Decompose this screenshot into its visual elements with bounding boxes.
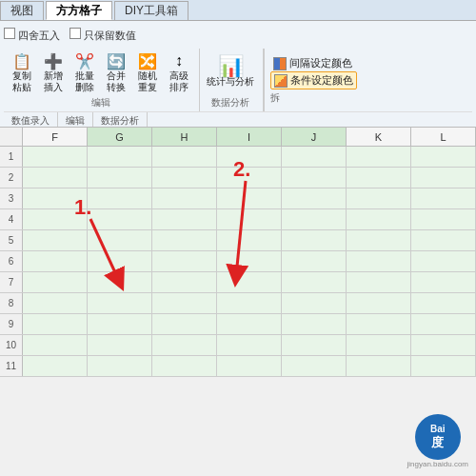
cell-H7[interactable] (152, 272, 217, 292)
cell-L1[interactable] (411, 147, 476, 167)
cell-F7[interactable] (23, 272, 88, 292)
cell-F3[interactable] (23, 188, 88, 208)
checkbox-2[interactable] (69, 28, 81, 39)
cell-K8[interactable] (347, 293, 411, 313)
cell-L5[interactable] (411, 230, 476, 250)
col-I: I (217, 128, 282, 146)
cell-G10[interactable] (88, 335, 152, 355)
cell-J9[interactable] (282, 314, 347, 334)
cell-K4[interactable] (347, 209, 411, 229)
sort-button[interactable]: ↕ 高级排序 (165, 50, 193, 94)
cell-I11[interactable] (217, 356, 282, 376)
cell-I10[interactable] (217, 335, 282, 355)
watermark-text: jingyan.baidu.com (407, 460, 468, 468)
cell-F4[interactable] (23, 209, 88, 229)
cell-F2[interactable] (23, 168, 88, 188)
cell-H8[interactable] (152, 293, 217, 313)
cell-G2[interactable] (88, 168, 152, 188)
cell-L10[interactable] (411, 335, 476, 355)
delete-button[interactable]: ✂️ 批量删除 (70, 50, 99, 94)
condition-color-button[interactable]: 条件设定颜色 (270, 71, 357, 89)
cell-F9[interactable] (23, 314, 88, 334)
cell-I4[interactable] (217, 209, 282, 229)
cell-L9[interactable] (411, 314, 476, 334)
cell-J10[interactable] (282, 335, 347, 355)
cell-G9[interactable] (88, 314, 152, 334)
random-button[interactable]: 🔀 随机重复 (133, 50, 162, 94)
cell-F11[interactable] (23, 356, 88, 376)
insert-button[interactable]: ➕ 新增插入 (39, 50, 68, 94)
cell-K10[interactable] (347, 335, 411, 355)
cell-I3[interactable] (217, 188, 282, 208)
cell-K9[interactable] (347, 314, 411, 334)
cell-K6[interactable] (347, 251, 411, 271)
cell-F1[interactable] (23, 147, 88, 167)
cell-L11[interactable] (411, 356, 476, 376)
cell-H3[interactable] (152, 188, 217, 208)
cell-I1[interactable] (217, 147, 282, 167)
cell-J5[interactable] (282, 230, 347, 250)
cell-I9[interactable] (217, 314, 282, 334)
cell-G6[interactable] (88, 251, 152, 271)
cell-K5[interactable] (347, 230, 411, 250)
cell-I2[interactable] (217, 168, 282, 188)
cell-J7[interactable] (282, 272, 347, 292)
stats-button[interactable]: 📊 统计与分析 (204, 56, 257, 89)
cell-G5[interactable] (88, 230, 152, 250)
copy-paste-button[interactable]: 📋 复制粘贴 (8, 50, 36, 94)
cell-H1[interactable] (152, 147, 217, 167)
cell-H11[interactable] (152, 356, 217, 376)
cell-F8[interactable] (23, 293, 88, 313)
merge-button[interactable]: 🔄 合并转换 (102, 50, 130, 94)
tab-bar: 视图 方方格子 DIY工具箱 (0, 0, 476, 21)
col-G: G (88, 128, 152, 146)
cell-L4[interactable] (411, 209, 476, 229)
ribbon-group-edit: 📋 复制粘贴 ➕ 新增插入 ✂️ 批量删除 🔄 合并转换 (4, 49, 200, 111)
cell-J11[interactable] (282, 356, 347, 376)
cell-J6[interactable] (282, 251, 347, 271)
cell-L7[interactable] (411, 272, 476, 292)
cell-J1[interactable] (282, 147, 347, 167)
cell-I7[interactable] (217, 272, 282, 292)
cell-K3[interactable] (347, 188, 411, 208)
cell-K2[interactable] (347, 168, 411, 188)
cell-H9[interactable] (152, 314, 217, 334)
cell-G8[interactable] (88, 293, 152, 313)
delete-icon: ✂️ (73, 51, 96, 70)
cell-L8[interactable] (411, 293, 476, 313)
cell-F5[interactable] (23, 230, 88, 250)
cell-I8[interactable] (217, 293, 282, 313)
cell-K1[interactable] (347, 147, 411, 167)
table-row: 4 (0, 209, 476, 230)
interval-color-button[interactable]: 间隔设定颜色 (270, 55, 357, 71)
cell-L6[interactable] (411, 251, 476, 271)
checkbox-1[interactable] (4, 28, 15, 39)
cell-H10[interactable] (152, 335, 217, 355)
cell-H5[interactable] (152, 230, 217, 250)
cell-J2[interactable] (282, 168, 347, 188)
cell-J8[interactable] (282, 293, 347, 313)
cell-I5[interactable] (217, 230, 282, 250)
cell-J3[interactable] (282, 188, 347, 208)
tab-view[interactable]: 视图 (0, 1, 44, 20)
cell-G1[interactable] (88, 147, 152, 167)
ribbon-group-stats: 📊 统计与分析 数据分析 (200, 49, 264, 111)
cell-G4[interactable] (88, 209, 152, 229)
cell-K7[interactable] (347, 272, 411, 292)
cell-G7[interactable] (88, 272, 152, 292)
cell-I6[interactable] (217, 251, 282, 271)
cell-H2[interactable] (152, 168, 217, 188)
cell-L3[interactable] (411, 188, 476, 208)
cell-G3[interactable] (88, 188, 152, 208)
cell-J4[interactable] (282, 209, 347, 229)
cell-L2[interactable] (411, 168, 476, 188)
cell-H6[interactable] (152, 251, 217, 271)
cell-K11[interactable] (347, 356, 411, 376)
tab-diy[interactable]: DIY工具箱 (114, 1, 188, 20)
quick-access-row: 四舍五入 只保留数值 (4, 25, 472, 46)
cell-H4[interactable] (152, 209, 217, 229)
cell-F6[interactable] (23, 251, 88, 271)
cell-G11[interactable] (88, 356, 152, 376)
tab-grid[interactable]: 方方格子 (46, 1, 112, 20)
cell-F10[interactable] (23, 335, 88, 355)
